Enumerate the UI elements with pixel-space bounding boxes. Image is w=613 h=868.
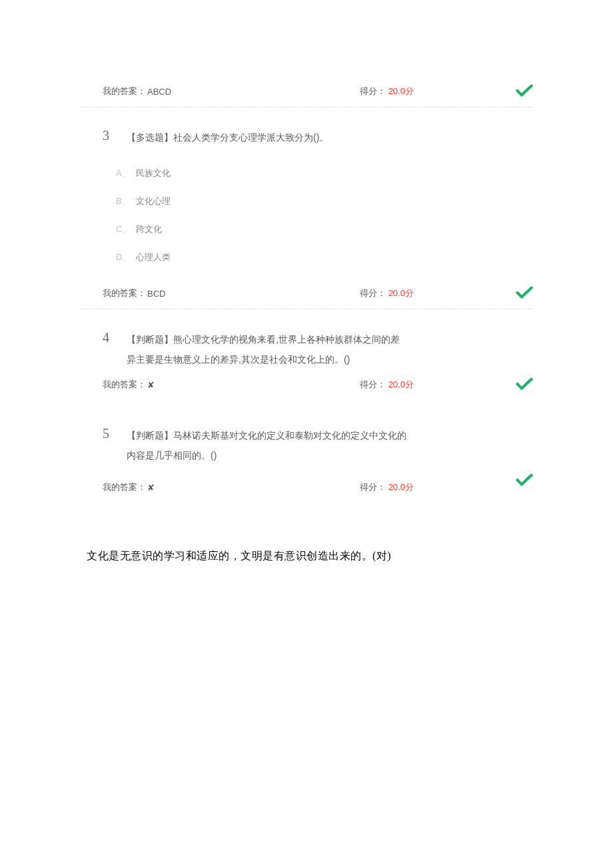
option-a: A、 民族文化 (116, 159, 533, 187)
question-head: 5 【判断题】马林诺夫斯基对文化的定义和泰勒对文化的定义中文化的内容是几乎相同的… (80, 425, 533, 465)
my-answer-label: 我的答案： (103, 287, 146, 299)
page-root: 我的答案： ABCD 得分： 20.0分 3 【多选题】社会人类学分支心理学派大… (0, 0, 613, 868)
option-text: 文化心理 (136, 195, 171, 207)
option-text: 跨文化 (136, 223, 162, 235)
checkmark-icon (516, 472, 533, 488)
score-label: 得分： (360, 86, 386, 96)
answer-row-q3: 我的答案： BCD 得分： 20.0分 (80, 282, 533, 309)
option-text: 心理人类 (136, 251, 171, 263)
my-answer-value: BCD (147, 289, 165, 299)
score-value: 20.0 (388, 482, 405, 492)
answer-row-q4: 我的答案： ✘ 得分： 20.0分 (80, 373, 533, 393)
question-number: 3 (103, 127, 113, 143)
question-text: 【多选题】社会人类学分支心理学派大致分为()。 (127, 127, 328, 147)
checkmark-icon (516, 285, 533, 301)
option-letter: B、 (116, 195, 136, 207)
score-value: 20.0 (388, 379, 405, 389)
score-wrap: 得分： 20.0分 (360, 287, 414, 299)
my-answer-value: ABCD (147, 87, 171, 97)
question-head: 4 【判断题】熊心理文化学的视角来看,世界上各种种族群体之间的差异主要是生物意义… (80, 329, 533, 369)
my-answer-label: 我的答案： (103, 379, 146, 391)
option-letter: C、 (116, 223, 136, 235)
answer-row-q2: 我的答案： ABCD 得分： 20.0分 (80, 80, 533, 107)
question-5: 5 【判断题】马林诺夫斯基对文化的定义和泰勒对文化的定义中文化的内容是几乎相同的… (80, 393, 533, 469)
option-letter: A、 (116, 167, 136, 179)
checkmark-icon (516, 83, 533, 99)
score-unit: 分 (405, 379, 414, 389)
score-unit: 分 (405, 482, 414, 492)
question-3: 3 【多选题】社会人类学分支心理学派大致分为()。 A、 民族文化 B、 文化心… (80, 107, 533, 282)
my-answer-value: ✘ (147, 483, 155, 493)
answer-row-q5: 我的答案： ✘ 得分： 20.0分 (80, 469, 533, 503)
option-d: D、 心理人类 (116, 243, 533, 271)
footer-statement: 文化是无意识的学习和适应的，文明是有意识创造出来的。(对) (80, 503, 533, 563)
score-unit: 分 (405, 86, 414, 96)
my-answer-label: 我的答案： (103, 85, 146, 97)
question-text: 【判断题】熊心理文化学的视角来看,世界上各种种族群体之间的差异主要是生物意义上的… (127, 329, 406, 369)
score-wrap: 得分： 20.0分 (360, 379, 414, 391)
question-number: 4 (103, 329, 113, 345)
score-wrap: 得分： 20.0分 (360, 481, 414, 493)
option-b: B、 文化心理 (116, 187, 533, 215)
score-value: 20.0 (388, 86, 405, 96)
question-4: 4 【判断题】熊心理文化学的视角来看,世界上各种种族群体之间的差异主要是生物意义… (80, 309, 533, 373)
question-number: 5 (103, 425, 113, 441)
score-value: 20.0 (388, 288, 405, 298)
option-letter: D、 (116, 251, 136, 263)
checkmark-icon (516, 376, 533, 392)
score-label: 得分： (360, 379, 386, 389)
question-head: 3 【多选题】社会人类学分支心理学派大致分为()。 (80, 127, 533, 147)
score-unit: 分 (405, 288, 414, 298)
my-answer-label: 我的答案： (103, 481, 146, 493)
question-text: 【判断题】马林诺夫斯基对文化的定义和泰勒对文化的定义中文化的内容是几乎相同的。(… (127, 425, 406, 465)
option-c: C、 跨文化 (116, 215, 533, 243)
score-wrap: 得分： 20.0分 (360, 85, 414, 97)
my-answer-value: ✘ (147, 380, 155, 390)
score-label: 得分： (360, 482, 386, 492)
score-label: 得分： (360, 288, 386, 298)
options-list: A、 民族文化 B、 文化心理 C、 跨文化 D、 心理人类 (80, 147, 533, 278)
option-text: 民族文化 (136, 167, 171, 179)
